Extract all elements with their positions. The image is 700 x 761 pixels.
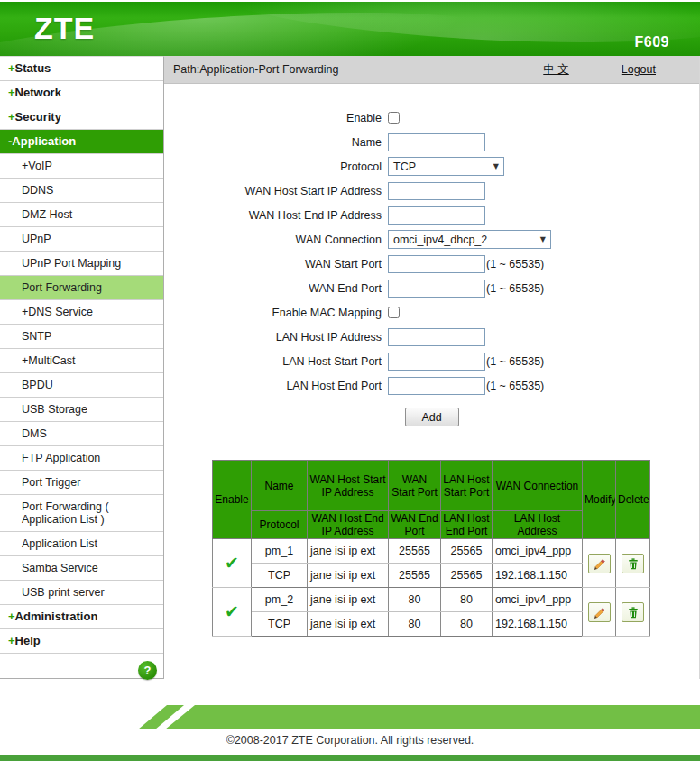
lan-host-start-port-input[interactable] [388,353,485,371]
cell-wan-connection: omci_ipv4_ppp [493,588,583,612]
cell-lan-host-start-port: 25565 [441,539,493,564]
header-banner: ZTE F609 [0,0,700,56]
expand-icon: + [8,610,15,623]
wan-connection-select[interactable]: omci_ipv4_dhcp_2 ▼ [388,230,551,249]
wan-connection-label: WAN Connection [164,234,388,246]
chevron-down-icon: ▼ [540,235,546,243]
name-input[interactable] [388,133,485,151]
enabled-check-icon: ✔ [225,601,239,621]
chevron-down-icon: ▼ [493,162,499,170]
expand-icon: + [8,111,15,124]
trash-icon [627,557,640,570]
expand-icon: + [8,87,15,99]
sidebar-item-upnp[interactable]: UPnP [0,227,163,252]
cell-lan-host-end-port: 25565 [441,564,493,588]
footer-ramp [0,705,700,729]
enable-mac-mapping-checkbox[interactable] [388,307,400,318]
col-name: Name [252,461,308,511]
sidebar-item-label: Network [15,87,61,99]
sidebar-item-label: DMS [22,427,47,440]
col-enable: Enable [213,461,252,539]
sidebar-item-ftp-application[interactable]: FTP Application [0,446,163,471]
sidebar: +Status+Network+Security-Application+VoI… [0,56,164,679]
sidebar-item-multicast[interactable]: +MultiCast [0,349,163,373]
lan-host-end-port-range-hint: (1 ~ 65535) [486,380,544,392]
port-forwarding-table: Enable Name WAN Host Start IP Address WA… [212,460,699,637]
wan-start-port-label: WAN Start Port [164,258,388,270]
wan-connection-selected-value: omci_ipv4_dhcp_2 [393,234,487,246]
col-delete: Delete [616,461,650,539]
cell-lan-host-end-port: 80 [441,612,493,637]
sidebar-item-port-forwarding-application-list[interactable]: Port Forwarding ( Application List ) [0,495,163,532]
sidebar-item-voip[interactable]: +VoIP [0,154,163,179]
enabled-check-icon: ✔ [225,553,239,573]
sidebar-item-port-forwarding[interactable]: Port Forwarding [0,276,163,300]
sidebar-item-samba-service[interactable]: Samba Service [0,556,163,581]
enable-checkbox[interactable] [388,112,400,124]
lan-host-ip-input[interactable] [388,328,485,346]
wan-end-port-input[interactable] [388,280,485,298]
cell-name: pm_2 [252,588,308,612]
wan-host-start-ip-label: WAN Host Start IP Address [164,185,388,197]
wan-start-port-range-hint: (1 ~ 65535) [486,258,544,270]
protocol-select[interactable]: TCP ▼ [388,157,504,176]
delete-button[interactable] [622,554,644,573]
sidebar-item-usb-print-server[interactable]: USB print server [0,581,163,605]
cell-protocol: TCP [252,612,308,637]
sidebar-item-port-trigger[interactable]: Port Trigger [0,471,163,495]
expand-icon: + [22,160,28,172]
sidebar-item-dns-service[interactable]: +DNS Service [0,300,163,325]
delete-button[interactable] [622,602,644,622]
breadcrumb: Path:Application-Port Forwarding [173,63,543,76]
col-wan-connection: WAN Connection [493,461,583,511]
expand-icon: + [8,62,15,75]
sidebar-item-label: Application [12,135,76,148]
sidebar-item-network[interactable]: +Network [0,81,163,105]
sidebar-item-upnp-port-mapping[interactable]: UPnP Port Mapping [0,252,163,276]
sidebar-item-dmz-host[interactable]: DMZ Host [0,203,163,227]
sidebar-item-application[interactable]: -Application [0,130,163,154]
cell-lan-host-address: 192.168.1.150 [493,564,583,588]
sidebar-item-security[interactable]: +Security [0,105,163,130]
help-icon[interactable]: ? [138,661,157,680]
sidebar-item-usb-storage[interactable]: USB Storage [0,398,163,422]
sidebar-item-ddns[interactable]: DDNS [0,179,163,203]
name-label: Name [164,136,388,149]
sidebar-item-label: Port Forwarding [22,281,102,294]
sidebar-item-label: UPnP Port Mapping [22,257,121,270]
port-forwarding-form: Enable Name Protocol TCP ▼ WAN Host Star… [164,84,699,429]
lan-host-end-port-input[interactable] [388,377,485,395]
col-protocol: Protocol [252,511,308,539]
pencil-icon [593,605,606,619]
wan-start-port-input[interactable] [388,255,485,273]
wan-end-port-range-hint: (1 ~ 65535) [486,282,544,295]
protocol-label: Protocol [164,160,388,173]
sidebar-item-help[interactable]: +Help [0,629,163,654]
modify-button[interactable] [588,554,611,573]
wan-host-end-ip-input[interactable] [388,206,485,225]
cell-wan-start-port: 25565 [389,539,441,564]
modify-button[interactable] [588,602,611,622]
sidebar-item-administration[interactable]: +Administration [0,605,163,629]
sidebar-item-label: Application List [22,537,97,550]
logout-link[interactable]: Logout [622,63,656,76]
cell-lan-host-address: 192.168.1.150 [493,612,583,637]
sidebar-item-dms[interactable]: DMS [0,422,163,446]
language-link[interactable]: 中 文 [543,62,568,78]
cell-lan-host-start-port: 80 [441,588,493,612]
col-lan-host-end-port: LAN Host End Port [441,511,493,539]
sidebar-item-application-list[interactable]: Application List [0,532,163,556]
sidebar-item-status[interactable]: +Status [0,57,163,81]
wan-host-start-ip-input[interactable] [388,182,485,200]
cell-wan-start-port: 80 [389,588,441,612]
sidebar-item-label: Help [15,635,41,647]
sidebar-item-label: DDNS [22,184,53,197]
sidebar-item-sntp[interactable]: SNTP [0,325,163,349]
sidebar-item-label: BPDU [22,379,53,391]
lan-host-start-port-label: LAN Host Start Port [164,355,388,368]
pencil-icon [593,556,606,570]
sidebar-item-label: Port Forwarding ( Application List ) [22,500,160,526]
sidebar-menu: +Status+Network+Security-Application+VoI… [0,57,163,654]
sidebar-item-bpdu[interactable]: BPDU [0,373,163,398]
add-button[interactable]: Add [405,408,459,426]
